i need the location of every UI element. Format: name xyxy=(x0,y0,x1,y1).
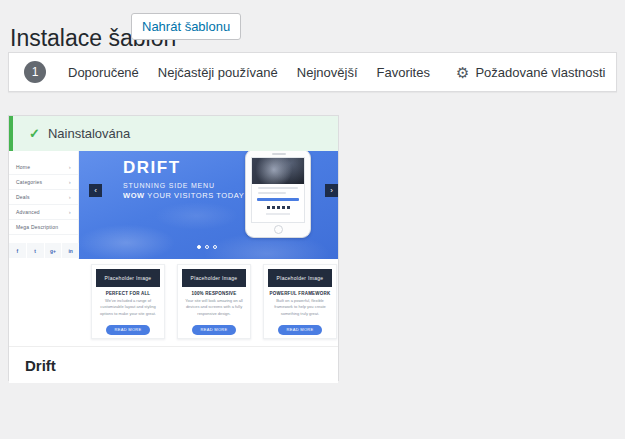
feature-card: Placeholder Image PERFECT FOR ALL We've … xyxy=(91,264,165,339)
read-more-button: READ MORE xyxy=(278,325,323,335)
theme-count-badge: 1 xyxy=(24,61,46,83)
preview-menu-item: Categories › xyxy=(9,175,78,190)
read-more-button: READ MORE xyxy=(106,325,151,335)
theme-card-drift[interactable]: ✓ Nainstalována Home › Categories › xyxy=(8,115,339,381)
filter-links: Doporučené Nejčastěji používané Nejnověj… xyxy=(68,65,430,80)
filter-link-featured[interactable]: Doporučené xyxy=(68,65,139,80)
preview-menu-item: Advanced › xyxy=(9,205,78,220)
chevron-right-icon: › xyxy=(69,179,71,185)
preview-menu-item: Deals › xyxy=(9,190,78,205)
phone-mockup xyxy=(245,151,311,238)
carousel-next-icon: › xyxy=(325,184,338,197)
theme-screenshot[interactable]: Home › Categories › Deals › Advanced xyxy=(9,151,338,346)
googleplus-icon: g+ xyxy=(45,243,62,258)
theme-card-footer: Drift xyxy=(9,346,338,383)
phone-rating-dots xyxy=(252,206,304,209)
carousel-prev-icon: ‹ xyxy=(89,184,102,197)
upload-theme-button[interactable]: Nahrát šablonu xyxy=(131,13,241,40)
read-more-button: READ MORE xyxy=(192,325,237,335)
filter-link-favorites[interactable]: Favorites xyxy=(377,65,430,80)
theme-filter-bar: 1 Doporučené Nejčastěji používané Nejnov… xyxy=(8,52,617,92)
theme-name: Drift xyxy=(25,357,56,374)
placeholder-image: Placeholder Image xyxy=(96,269,160,287)
hero-subtitle-1: STUNNING SIDE MENU xyxy=(123,182,244,189)
phone-screen xyxy=(251,157,305,223)
chevron-right-icon: › xyxy=(69,194,71,200)
preview-hero: DRIFT STUNNING SIDE MENU WOW YOUR VISITO… xyxy=(79,151,338,259)
carousel-dot xyxy=(213,245,217,249)
feature-card: Placeholder Image 100% RESPONSIVE Your s… xyxy=(177,264,251,339)
check-icon: ✓ xyxy=(29,126,40,141)
gear-icon: ⚙ xyxy=(456,65,469,80)
preview-feature-cards: Placeholder Image PERFECT FOR ALL We've … xyxy=(9,259,338,346)
hero-title: DRIFT xyxy=(123,156,244,180)
chevron-right-icon: › xyxy=(69,209,71,215)
preview-hero-row: Home › Categories › Deals › Advanced xyxy=(9,151,338,259)
theme-install-page: Instalace šablon Nahrát šablonu 1 Doporu… xyxy=(0,0,625,439)
filter-link-latest[interactable]: Nejnovější xyxy=(297,65,358,80)
carousel-dots xyxy=(197,245,217,249)
feature-filter-toggle[interactable]: ⚙ Požadované vlastnosti xyxy=(456,65,606,80)
carousel-dot xyxy=(197,245,201,249)
facebook-icon: f xyxy=(9,243,26,258)
phone-speaker xyxy=(272,153,286,155)
phone-screen-image xyxy=(252,158,304,184)
preview-menu: Home › Categories › Deals › Advanced xyxy=(9,160,78,235)
feature-card: Placeholder Image POWERFUL FRAMEWORK Bui… xyxy=(263,264,337,339)
filter-link-popular[interactable]: Nejčastěji používané xyxy=(158,65,278,80)
placeholder-image: Placeholder Image xyxy=(268,269,332,287)
linkedin-icon: in xyxy=(62,243,79,258)
preview-sidebar: Home › Categories › Deals › Advanced xyxy=(9,151,79,259)
phone-screen-button xyxy=(257,198,299,201)
hero-subtitle-2: WOW YOUR VISITORS TODAY xyxy=(123,191,244,200)
phone-home-button xyxy=(274,225,283,234)
installed-label: Nainstalována xyxy=(48,126,130,141)
preview-social-row: f t g+ in xyxy=(9,243,79,258)
preview-menu-item: Mega Description xyxy=(9,220,78,235)
hero-text: DRIFT STUNNING SIDE MENU WOW YOUR VISITO… xyxy=(123,156,244,200)
placeholder-image: Placeholder Image xyxy=(182,269,246,287)
carousel-dot xyxy=(205,245,209,249)
chevron-right-icon: › xyxy=(69,164,71,170)
feature-filter-label: Požadované vlastnosti xyxy=(475,65,605,80)
preview-menu-item: Home › xyxy=(9,160,78,175)
installed-notice: ✓ Nainstalována xyxy=(9,116,338,151)
twitter-icon: t xyxy=(27,243,44,258)
